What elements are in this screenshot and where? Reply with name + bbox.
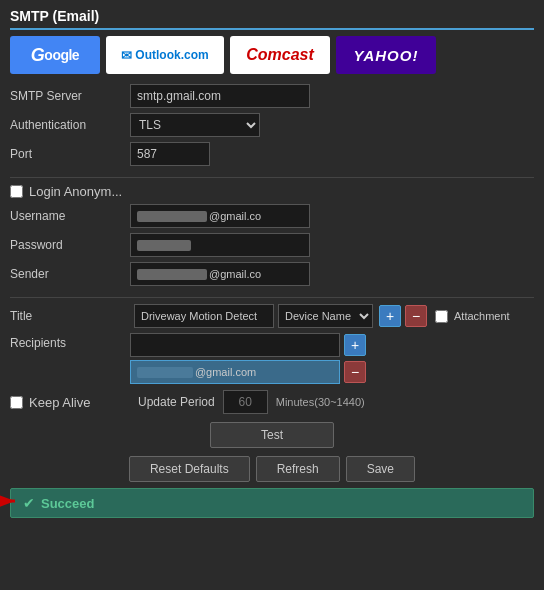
username-row: Username hidden @gmail.co <box>10 204 534 228</box>
succeed-label: Succeed <box>41 496 94 511</box>
panel-title: SMTP (Email) <box>10 8 534 30</box>
password-blurred: pwd <box>137 240 191 251</box>
authentication-label: Authentication <box>10 118 130 132</box>
smtp-server-label: SMTP Server <box>10 89 130 103</box>
recipient-input-1[interactable] <box>130 333 340 357</box>
email-blurred: email <box>137 367 193 378</box>
sender-suffix: @gmail.co <box>209 268 261 280</box>
reset-defaults-button[interactable]: Reset Defaults <box>129 456 250 482</box>
red-arrow <box>0 473 30 512</box>
smtp-panel: SMTP (Email) Google ✉ Outlook.com Comcas… <box>0 0 544 590</box>
refresh-button[interactable]: Refresh <box>256 456 340 482</box>
device-name-select[interactable]: Device Name Custom None <box>278 304 373 328</box>
google-button[interactable]: Google <box>10 36 100 74</box>
password-label: Password <box>10 238 130 252</box>
title-row: Title Device Name Custom None + − Attach… <box>10 304 534 328</box>
username-suffix: @gmail.co <box>209 210 261 222</box>
google-label2: oogle <box>44 47 79 63</box>
attachment-label: Attachment <box>454 310 510 322</box>
port-input[interactable] <box>130 142 210 166</box>
keep-alive-checkbox[interactable] <box>10 396 23 409</box>
recipients-list: + email @gmail.com − <box>130 333 366 384</box>
smtp-server-input[interactable] <box>130 84 310 108</box>
recipient-row-1: + <box>130 333 366 357</box>
yahoo-button[interactable]: YAHOO! <box>336 36 436 74</box>
comcast-label: Comcast <box>246 46 314 64</box>
test-row: Test <box>10 422 534 448</box>
add-email-button[interactable]: + <box>344 334 366 356</box>
keep-alive-row: Keep Alive Update Period Minutes(30~1440… <box>10 390 534 414</box>
divider-1 <box>10 177 534 178</box>
sender-row: Sender hidden @gmail.co <box>10 262 534 286</box>
outlook-button[interactable]: ✉ Outlook.com <box>106 36 224 74</box>
sender-blurred: hidden <box>137 269 207 280</box>
password-row: Password pwd <box>10 233 534 257</box>
login-anon-row: Login Anonym... <box>10 184 534 199</box>
recipient-row-2: email @gmail.com − <box>130 360 366 384</box>
save-button[interactable]: Save <box>346 456 415 482</box>
bottom-row: Reset Defaults Refresh Save <box>10 456 534 482</box>
yahoo-label: YAHOO! <box>354 47 419 64</box>
succeed-bar: ✔ Succeed <box>10 488 534 518</box>
title-input[interactable] <box>134 304 274 328</box>
minutes-label: Minutes(30~1440) <box>276 396 365 408</box>
update-period-input[interactable] <box>223 390 268 414</box>
recipient-filled-2[interactable]: email @gmail.com <box>130 360 340 384</box>
remove-recipient-button[interactable]: − <box>405 305 427 327</box>
outlook-label: Outlook.com <box>135 48 208 62</box>
authentication-row: Authentication TLS SSL None <box>10 113 534 137</box>
outlook-icon: ✉ <box>121 48 132 63</box>
smtp-server-row: SMTP Server <box>10 84 534 108</box>
sender-label: Sender <box>10 267 130 281</box>
succeed-container: ✔ Succeed <box>10 488 534 518</box>
update-period-label: Update Period <box>138 395 215 409</box>
recipients-label: Recipients <box>10 333 130 350</box>
port-row: Port <box>10 142 534 166</box>
keep-alive-label: Keep Alive <box>29 395 90 410</box>
authentication-select[interactable]: TLS SSL None <box>130 113 260 137</box>
title-label: Title <box>10 309 130 323</box>
username-blurred: hidden <box>137 211 207 222</box>
provider-row: Google ✉ Outlook.com Comcast YAHOO! <box>10 36 534 74</box>
username-label: Username <box>10 209 130 223</box>
email-suffix: @gmail.com <box>195 366 256 378</box>
attachment-checkbox[interactable] <box>435 310 448 323</box>
google-label: G <box>31 45 45 66</box>
recipients-section: Recipients + email @gmail.com − <box>10 333 534 384</box>
login-anon-checkbox[interactable] <box>10 185 23 198</box>
test-button[interactable]: Test <box>210 422 334 448</box>
remove-email-button[interactable]: − <box>344 361 366 383</box>
port-label: Port <box>10 147 130 161</box>
login-anon-label: Login Anonym... <box>29 184 122 199</box>
keep-alive-check: Keep Alive <box>10 395 130 410</box>
divider-2 <box>10 297 534 298</box>
add-recipient-button[interactable]: + <box>379 305 401 327</box>
comcast-button[interactable]: Comcast <box>230 36 330 74</box>
